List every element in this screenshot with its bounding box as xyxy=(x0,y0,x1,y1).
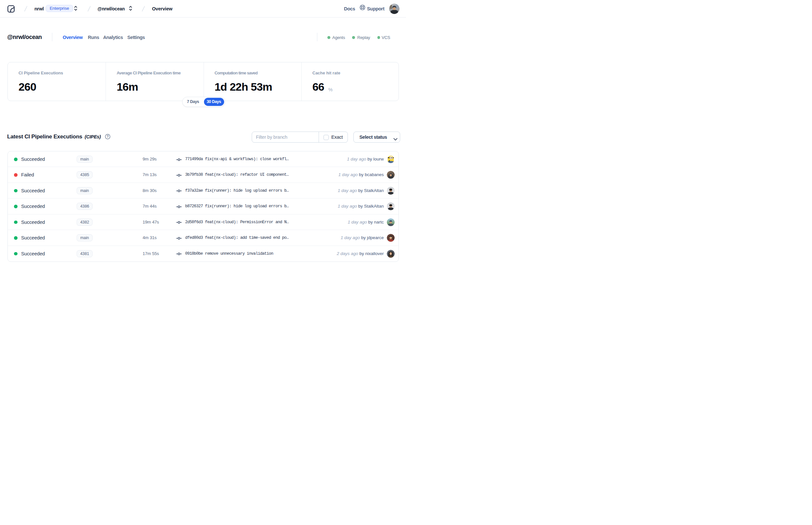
svg-text:?: ? xyxy=(107,135,108,138)
